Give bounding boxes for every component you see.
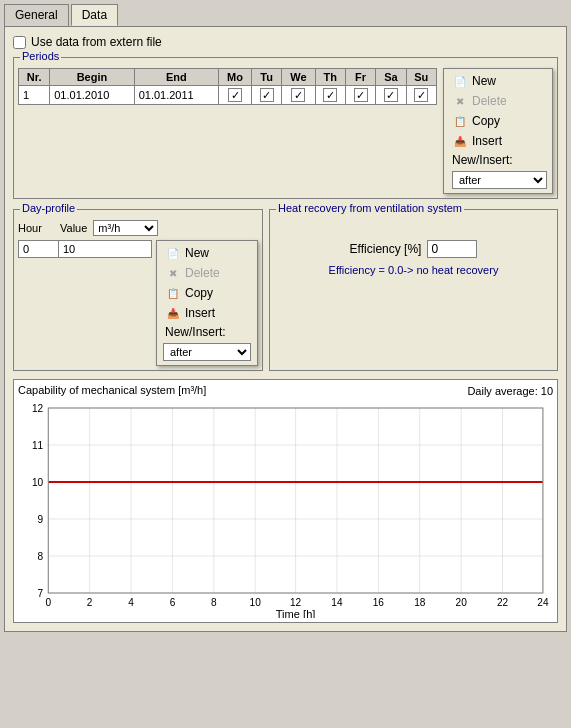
svg-text:10: 10 <box>250 597 262 608</box>
day-profile-label: Day-profile <box>20 202 77 214</box>
chart-daily-avg: Daily average: 10 <box>467 385 553 397</box>
svg-text:7: 7 <box>38 588 44 599</box>
value-col-label: Value <box>60 222 87 234</box>
periods-delete-button[interactable]: ✖ Delete <box>446 91 550 111</box>
periods-context-menu: 📄 New ✖ Delete 📋 Copy 📥 Insert New/Inser… <box>443 68 553 194</box>
main-content: Use data from extern file Periods Nr. Be… <box>4 26 567 632</box>
svg-text:10: 10 <box>32 477 44 488</box>
col-mo: Mo <box>219 69 252 86</box>
day-profile-row[interactable]: 0 10 <box>19 241 152 258</box>
col-tu: Tu <box>251 69 281 86</box>
svg-text:24: 24 <box>537 597 549 608</box>
svg-text:12: 12 <box>32 403 44 414</box>
new-icon: 📄 <box>452 73 468 89</box>
efficiency-note: Efficiency = 0.0-> no heat recovery <box>274 264 553 276</box>
col-sa: Sa <box>376 69 406 86</box>
row-fr[interactable]: ✓ <box>345 86 375 105</box>
svg-text:8: 8 <box>38 551 44 562</box>
row-su[interactable]: ✓ <box>406 86 436 105</box>
periods-new-insert-row: New/Insert: <box>446 151 550 169</box>
extern-file-label: Use data from extern file <box>31 35 162 49</box>
dp-new-icon: 📄 <box>165 245 181 261</box>
chart-section: Capability of mechanical system [m³/h] D… <box>13 379 558 623</box>
dp-copy-icon: 📋 <box>165 285 181 301</box>
row-end: 01.01.2011 <box>134 86 218 105</box>
row-begin: 01.01.2010 <box>50 86 134 105</box>
svg-text:6: 6 <box>170 597 176 608</box>
periods-section-label: Periods <box>20 50 61 62</box>
dp-copy-button[interactable]: 📋 Copy <box>159 283 255 303</box>
dp-new-button[interactable]: 📄 New <box>159 243 255 263</box>
svg-text:Time [h]: Time [h] <box>276 608 316 618</box>
dp-delete-button[interactable]: ✖ Delete <box>159 263 255 283</box>
dp-insert-icon: 📥 <box>165 305 181 321</box>
tab-general[interactable]: General <box>4 4 69 26</box>
periods-new-button[interactable]: 📄 New <box>446 71 550 91</box>
dp-dropdown-row: after before <box>159 341 255 363</box>
col-begin: Begin <box>50 69 134 86</box>
table-row[interactable]: 1 01.01.2010 01.01.2011 ✓ ✓ ✓ ✓ ✓ ✓ ✓ <box>19 86 437 105</box>
svg-text:12: 12 <box>290 597 302 608</box>
dp-value: 10 <box>59 241 152 258</box>
svg-text:20: 20 <box>456 597 468 608</box>
dp-dropdown[interactable]: after before <box>163 343 251 361</box>
svg-text:14: 14 <box>331 597 343 608</box>
day-profile-context-menu: 📄 New ✖ Delete 📋 Copy 📥 Insert <box>156 240 258 366</box>
col-su: Su <box>406 69 436 86</box>
extern-file-checkbox[interactable] <box>13 36 26 49</box>
row-we[interactable]: ✓ <box>282 86 315 105</box>
dp-insert-button[interactable]: 📥 Insert <box>159 303 255 323</box>
periods-new-insert-label: New/Insert: <box>452 153 513 167</box>
tab-data[interactable]: Data <box>71 4 118 26</box>
row-tu[interactable]: ✓ <box>251 86 281 105</box>
col-we: We <box>282 69 315 86</box>
efficiency-row: Efficiency [%] <box>274 240 553 258</box>
tab-bar: General Data <box>0 0 571 26</box>
chart-svg: 12 11 10 9 8 7 0 2 4 6 8 10 12 14 16 18 … <box>18 398 553 618</box>
day-profile-table: 0 10 <box>18 240 152 258</box>
svg-text:8: 8 <box>211 597 217 608</box>
hour-col-label: Hour <box>18 222 58 234</box>
periods-copy-button[interactable]: 📋 Copy <box>446 111 550 131</box>
svg-text:9: 9 <box>38 514 44 525</box>
periods-layout: Nr. Begin End Mo Tu We Th Fr Sa Su <box>18 68 553 194</box>
day-profile-layout: 0 10 📄 New ✖ Delete <box>18 240 258 366</box>
periods-dropdown-row: after before <box>446 169 550 191</box>
chart-header: Capability of mechanical system [m³/h] D… <box>18 384 553 398</box>
dp-new-insert-label: New/Insert: <box>165 325 226 339</box>
header-unit-row: Hour Value m³/h m²/h <box>18 220 258 236</box>
delete-icon: ✖ <box>452 93 468 109</box>
periods-table: Nr. Begin End Mo Tu We Th Fr Sa Su <box>18 68 437 105</box>
svg-text:0: 0 <box>45 597 51 608</box>
row-mo[interactable]: ✓ <box>219 86 252 105</box>
row-th[interactable]: ✓ <box>315 86 345 105</box>
periods-table-wrap: Nr. Begin End Mo Tu We Th Fr Sa Su <box>18 68 437 194</box>
dp-new-insert-row: New/Insert: <box>159 323 255 341</box>
svg-text:18: 18 <box>414 597 426 608</box>
col-end: End <box>134 69 218 86</box>
row-sa[interactable]: ✓ <box>376 86 406 105</box>
copy-icon: 📋 <box>452 113 468 129</box>
periods-dropdown[interactable]: after before <box>452 171 547 189</box>
dp-delete-icon: ✖ <box>165 265 181 281</box>
heat-recovery-label: Heat recovery from ventilation system <box>276 202 464 214</box>
svg-text:4: 4 <box>128 597 134 608</box>
efficiency-label: Efficiency [%] <box>350 242 422 256</box>
svg-text:11: 11 <box>32 440 44 451</box>
dp-hour: 0 <box>19 241 59 258</box>
svg-text:2: 2 <box>87 597 93 608</box>
col-fr: Fr <box>345 69 375 86</box>
bottom-layout: Day-profile Hour Value m³/h m²/h 0 10 <box>13 209 558 371</box>
periods-insert-button[interactable]: 📥 Insert <box>446 131 550 151</box>
svg-text:16: 16 <box>373 597 385 608</box>
row-nr: 1 <box>19 86 50 105</box>
day-profile-table-wrap: 0 10 <box>18 240 152 366</box>
extern-file-row: Use data from extern file <box>13 35 558 49</box>
periods-section: Periods Nr. Begin End Mo Tu We Th Fr <box>13 57 558 199</box>
col-th: Th <box>315 69 345 86</box>
efficiency-input[interactable] <box>427 240 477 258</box>
chart-area: 12 11 10 9 8 7 0 2 4 6 8 10 12 14 16 18 … <box>18 398 553 618</box>
unit-select[interactable]: m³/h m²/h <box>93 220 158 236</box>
chart-title: Capability of mechanical system [m³/h] <box>18 384 206 396</box>
insert-icon: 📥 <box>452 133 468 149</box>
